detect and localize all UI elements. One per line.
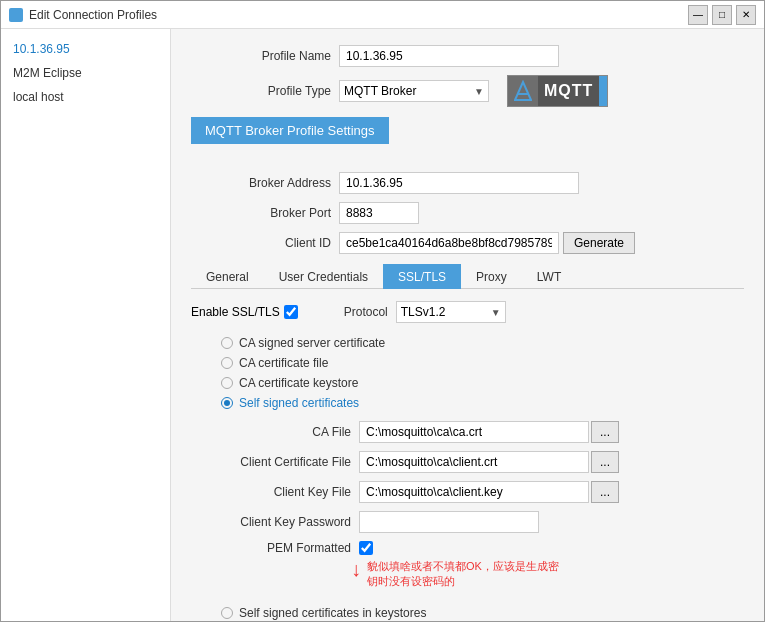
ssl-enable-row: Enable SSL/TLS Protocol TLSv1.2 ▼ bbox=[191, 301, 744, 323]
arrow-down-icon: ↓ bbox=[351, 559, 361, 579]
client-cert-row: Client Certificate File ... bbox=[191, 451, 744, 473]
client-key-row: Client Key File ... bbox=[191, 481, 744, 503]
radio-ca-signed[interactable]: CA signed server certificate bbox=[191, 333, 744, 353]
tab-general[interactable]: General bbox=[191, 264, 264, 289]
profile-type-arrow: ▼ bbox=[474, 86, 484, 97]
ca-file-row: CA File ... bbox=[191, 421, 744, 443]
broker-address-input[interactable] bbox=[339, 172, 579, 194]
tabs: General User Credentials SSL/TLS Proxy L… bbox=[191, 264, 744, 289]
radio-dot-3 bbox=[224, 400, 230, 406]
close-button[interactable]: ✕ bbox=[736, 5, 756, 25]
title-bar: Edit Connection Profiles — □ ✕ bbox=[1, 1, 764, 29]
profile-type-row: Profile Type MQTT Broker ▼ bbox=[191, 75, 744, 107]
radio-self-signed[interactable]: Self signed certificates bbox=[191, 393, 744, 413]
protocol-wrapper: Protocol TLSv1.2 ▼ bbox=[344, 301, 506, 323]
client-cert-input[interactable] bbox=[359, 451, 589, 473]
radio-label-keystores: Self signed certificates in keystores bbox=[239, 606, 426, 620]
mqtt-logo-text: MQTT bbox=[544, 82, 593, 100]
pem-label: PEM Formatted bbox=[191, 541, 351, 555]
minimize-button[interactable]: — bbox=[688, 5, 708, 25]
annotation-area: PEM Formatted ↓ 貌似填啥或者不填都OK，应该是生成密钥时没有设密… bbox=[191, 541, 744, 589]
sidebar-item-label-1: M2M Eclipse bbox=[13, 66, 82, 80]
enable-ssl-text: Enable SSL/TLS bbox=[191, 305, 280, 319]
client-key-pwd-input[interactable] bbox=[359, 511, 539, 533]
radio-circle-2 bbox=[221, 377, 233, 389]
enable-ssl-label[interactable]: Enable SSL/TLS bbox=[191, 305, 298, 319]
radio-circle-1 bbox=[221, 357, 233, 369]
window-title: Edit Connection Profiles bbox=[29, 8, 157, 22]
client-id-label: Client ID bbox=[191, 236, 331, 250]
tab-proxy[interactable]: Proxy bbox=[461, 264, 522, 289]
enable-ssl-checkbox[interactable] bbox=[284, 305, 298, 319]
profile-name-row: Profile Name bbox=[191, 45, 744, 67]
main-content: 10.1.36.95 M2M Eclipse local host Profil… bbox=[1, 29, 764, 621]
title-controls: — □ ✕ bbox=[688, 5, 756, 25]
profile-type-wrapper: MQTT Broker ▼ bbox=[339, 75, 608, 107]
protocol-arrow: ▼ bbox=[491, 307, 501, 318]
client-id-input[interactable] bbox=[339, 232, 559, 254]
protocol-value: TLSv1.2 bbox=[401, 305, 446, 319]
annotation-wrapper: ↓ 貌似填啥或者不填都OK，应该是生成密钥时没有设密码的 bbox=[351, 559, 744, 589]
client-key-input[interactable] bbox=[359, 481, 589, 503]
broker-address-row: Broker Address bbox=[191, 172, 744, 194]
tab-lwt[interactable]: LWT bbox=[522, 264, 576, 289]
protocol-select[interactable]: TLSv1.2 ▼ bbox=[396, 301, 506, 323]
sidebar-item-label-0: 10.1.36.95 bbox=[13, 42, 70, 56]
radio-label-3: Self signed certificates bbox=[239, 396, 359, 410]
pem-row: PEM Formatted bbox=[191, 541, 744, 555]
sidebar: 10.1.36.95 M2M Eclipse local host bbox=[1, 29, 171, 621]
profile-type-value: MQTT Broker bbox=[344, 84, 416, 98]
mqtt-logo: MQTT bbox=[507, 75, 608, 107]
main-window: Edit Connection Profiles — □ ✕ 10.1.36.9… bbox=[0, 0, 765, 622]
broker-settings-button[interactable]: MQTT Broker Profile Settings bbox=[191, 117, 389, 144]
radio-ca-cert-file[interactable]: CA certificate file bbox=[191, 353, 744, 373]
pem-checkbox[interactable] bbox=[359, 541, 373, 555]
broker-port-row: Broker Port bbox=[191, 202, 744, 224]
profile-type-select[interactable]: MQTT Broker ▼ bbox=[339, 80, 489, 102]
annotation-text: 貌似填啥或者不填都OK，应该是生成密钥时没有设密码的 bbox=[367, 559, 567, 589]
broker-port-label: Broker Port bbox=[191, 206, 331, 220]
radio-ca-keystore[interactable]: CA certificate keystore bbox=[191, 373, 744, 393]
client-key-label: Client Key File bbox=[191, 485, 351, 499]
sidebar-item-label-2: local host bbox=[13, 90, 64, 104]
radio-circle-3 bbox=[221, 397, 233, 409]
tab-user-credentials[interactable]: User Credentials bbox=[264, 264, 383, 289]
title-bar-left: Edit Connection Profiles bbox=[9, 8, 157, 22]
mqtt-signal-icon bbox=[514, 80, 532, 102]
radio-circle-0 bbox=[221, 337, 233, 349]
profile-type-label: Profile Type bbox=[191, 84, 331, 98]
profile-name-label: Profile Name bbox=[191, 49, 331, 63]
client-id-row: Client ID Generate bbox=[191, 232, 744, 254]
client-key-pwd-row: Client Key Password bbox=[191, 511, 744, 533]
sidebar-item-2[interactable]: local host bbox=[1, 85, 170, 109]
svg-marker-0 bbox=[515, 82, 531, 100]
client-key-browse-btn[interactable]: ... bbox=[591, 481, 619, 503]
broker-port-input[interactable] bbox=[339, 202, 419, 224]
ssl-panel: Enable SSL/TLS Protocol TLSv1.2 ▼ CA si bbox=[191, 301, 744, 621]
ca-file-label: CA File bbox=[191, 425, 351, 439]
radio-label-1: CA certificate file bbox=[239, 356, 328, 370]
client-cert-browse-btn[interactable]: ... bbox=[591, 451, 619, 473]
sidebar-item-0[interactable]: 10.1.36.95 bbox=[1, 37, 170, 61]
app-icon bbox=[9, 8, 23, 22]
broker-address-label: Broker Address bbox=[191, 176, 331, 190]
generate-button[interactable]: Generate bbox=[563, 232, 635, 254]
client-cert-label: Client Certificate File bbox=[191, 455, 351, 469]
ca-file-browse-btn[interactable]: ... bbox=[591, 421, 619, 443]
radio-label-2: CA certificate keystore bbox=[239, 376, 358, 390]
client-key-pwd-label: Client Key Password bbox=[191, 515, 351, 529]
protocol-label: Protocol bbox=[344, 305, 388, 319]
content-area: Profile Name Profile Type MQTT Broker ▼ bbox=[171, 29, 764, 621]
radio-self-signed-keystores[interactable]: Self signed certificates in keystores bbox=[191, 603, 744, 621]
radio-circle-keystores bbox=[221, 607, 233, 619]
sidebar-item-1[interactable]: M2M Eclipse bbox=[1, 61, 170, 85]
maximize-button[interactable]: □ bbox=[712, 5, 732, 25]
broker-settings-section: MQTT Broker Profile Settings bbox=[191, 117, 744, 158]
tab-ssl-tls[interactable]: SSL/TLS bbox=[383, 264, 461, 289]
radio-label-0: CA signed server certificate bbox=[239, 336, 385, 350]
ca-file-input[interactable] bbox=[359, 421, 589, 443]
profile-name-input[interactable] bbox=[339, 45, 559, 67]
